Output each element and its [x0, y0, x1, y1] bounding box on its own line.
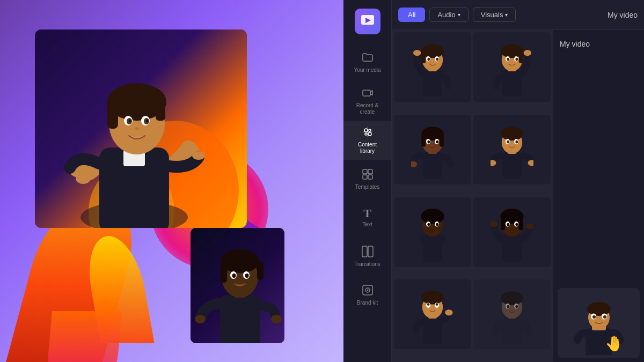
small-avatar-svg: [191, 228, 284, 343]
svg-rect-19: [220, 295, 260, 343]
svg-point-47: [367, 289, 368, 291]
avatar-cell-1[interactable]: [394, 32, 471, 102]
svg-point-130: [587, 302, 611, 316]
record-create-label: Record & create: [356, 102, 379, 115]
visuals-label: Visuals: [481, 11, 503, 19]
templates-icon: [362, 168, 374, 182]
avatar-cell-6[interactable]: [473, 197, 551, 267]
folder-icon: [362, 51, 374, 63]
preview-title: My video: [560, 40, 590, 48]
svg-point-124: [507, 305, 509, 308]
svg-point-55: [427, 58, 430, 61]
all-filter-button[interactable]: All: [398, 8, 425, 22]
sidebar-item-your-media[interactable]: Your media: [343, 43, 391, 82]
toolbar: All Audio ▾ Visuals ▾ My video: [392, 0, 644, 30]
sidebar-item-brand-kit[interactable]: Brand kit: [343, 276, 391, 314]
sidebar: Your media Record & create: [343, 0, 392, 362]
svg-point-116: [436, 303, 438, 306]
preview-spacer: [553, 55, 644, 284]
audio-dropdown-icon: ▾: [458, 12, 460, 18]
preview-header: My video: [553, 30, 644, 55]
content-library-label: Content library: [358, 142, 377, 154]
sidebar-item-templates[interactable]: Templates: [343, 160, 391, 198]
svg-rect-42: [362, 246, 367, 257]
svg-point-76: [427, 141, 430, 144]
svg-point-134: [603, 315, 606, 319]
brand-svg-icon: [362, 284, 374, 296]
sidebar-item-content-library[interactable]: Content library: [343, 121, 391, 160]
svg-rect-33: [363, 90, 370, 96]
right-panel: Your media Record & create: [343, 0, 644, 362]
record-icon: [362, 87, 374, 100]
sidebar-item-text[interactable]: T Text: [343, 198, 391, 237]
svg-point-36: [365, 133, 367, 135]
svg-rect-39: [368, 169, 372, 174]
svg-rect-101: [501, 217, 505, 230]
text-label: Text: [362, 221, 372, 228]
audio-filter-button[interactable]: Audio ▾: [429, 8, 468, 22]
svg-rect-8: [107, 99, 118, 129]
avatar-3-svg: [411, 120, 454, 179]
preview-thumbnail[interactable]: 🤚: [558, 288, 640, 358]
avatar-7-svg: [411, 285, 454, 344]
svg-point-82: [501, 127, 523, 141]
svg-point-16: [134, 127, 140, 130]
svg-point-14: [129, 120, 131, 122]
your-media-icon: [362, 51, 374, 65]
svg-point-29: [195, 315, 206, 323]
content-library-icon: [362, 126, 374, 139]
svg-point-105: [507, 223, 509, 226]
content-area: All Audio ▾ Visuals ▾ My video: [392, 0, 644, 362]
svg-rect-24: [257, 261, 264, 280]
svg-point-115: [427, 303, 430, 306]
grid-icon: [362, 168, 374, 180]
sidebar-item-record-create[interactable]: Record & create: [343, 82, 391, 121]
visuals-dropdown-icon: ▾: [505, 12, 508, 18]
avatar-cell-2[interactable]: [473, 32, 551, 102]
svg-rect-38: [363, 169, 367, 174]
svg-point-112: [421, 291, 444, 305]
svg-rect-62: [519, 51, 523, 63]
logo-icon: [360, 14, 375, 29]
svg-rect-73: [440, 134, 444, 146]
svg-point-28: [245, 274, 249, 278]
svg-point-37: [368, 132, 371, 136]
my-video-label: My video: [608, 11, 638, 19]
avatar-cell-4[interactable]: [473, 115, 551, 184]
main-video-card: [35, 29, 247, 228]
avatar-cell-5[interactable]: [394, 197, 471, 267]
visuals-filter-button[interactable]: Visuals ▾: [473, 8, 516, 22]
svg-rect-40: [363, 175, 367, 179]
svg-rect-9: [156, 99, 165, 121]
svg-rect-52: [421, 51, 426, 63]
transitions-icon: [362, 246, 374, 259]
svg-point-67: [524, 50, 531, 56]
small-video-card: [191, 228, 284, 343]
svg-point-57: [413, 50, 421, 56]
svg-point-34: [364, 129, 368, 132]
svg-point-106: [515, 223, 518, 226]
avatar-cell-8[interactable]: [473, 279, 551, 349]
avatar-cell-7[interactable]: [394, 279, 471, 349]
avatar-cell-3[interactable]: [394, 115, 471, 184]
svg-point-92: [421, 209, 444, 224]
svg-point-95: [427, 223, 430, 226]
transitions-label: Transitions: [354, 261, 380, 268]
svg-point-85: [507, 141, 509, 144]
brand-icon: [362, 284, 374, 298]
svg-point-77: [436, 141, 438, 144]
svg-point-86: [515, 141, 518, 144]
sparkle-icon: [362, 126, 374, 138]
camera-icon: [362, 87, 374, 99]
svg-point-66: [515, 58, 518, 61]
svg-point-117: [445, 309, 452, 315]
svg-rect-41: [368, 175, 372, 179]
avatar-8-svg: [491, 285, 533, 344]
svg-point-96: [436, 223, 438, 226]
preview-panel: My video: [553, 30, 644, 362]
svg-point-18: [76, 173, 91, 184]
sidebar-item-transitions[interactable]: Transitions: [343, 237, 391, 276]
avatar-2-svg: [491, 38, 533, 97]
transitions-svg-icon: [362, 246, 374, 257]
app-logo[interactable]: [355, 9, 380, 34]
